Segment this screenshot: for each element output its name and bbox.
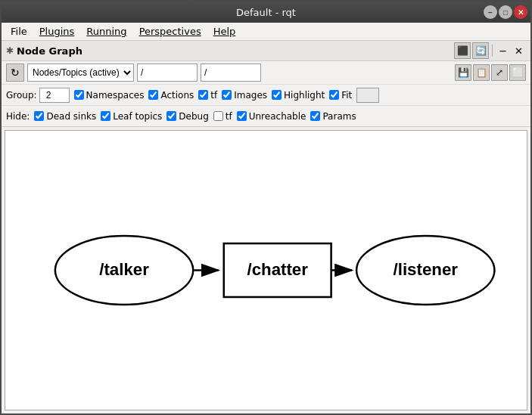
fit-filter[interactable]: Fit [329,90,352,101]
graph-area[interactable]: /talker /chatter /listener [5,130,527,410]
panel-btn-camera[interactable]: ⬛ [454,42,471,59]
unreachable-hide[interactable]: Unreachable [237,111,306,122]
minimize-button[interactable]: − [484,5,497,19]
copy-icon-btn[interactable]: 📋 [473,64,490,81]
dead-sinks-label: Dead sinks [46,111,96,122]
title-bar: Default - rqt − □ ✕ [2,2,530,23]
panel-x-btn[interactable]: ✕ [512,45,526,57]
debug-checkbox[interactable] [166,111,176,121]
tf-hide-checkbox[interactable] [213,111,223,121]
color-swatch[interactable] [356,88,379,103]
tf-filter[interactable]: tf [198,90,217,101]
menu-plugins[interactable]: Plugins [33,24,81,39]
params-checkbox[interactable] [310,111,320,121]
actions-checkbox[interactable] [148,90,158,100]
save-icon-btn[interactable]: 💾 [455,64,471,81]
export-icon-btn[interactable]: ⤢ [491,64,508,81]
group-label: Group: [6,90,37,101]
images-filter[interactable]: Images [222,90,267,101]
maximize-button[interactable]: □ [499,5,512,19]
hide-row: Hide: Dead sinks Leaf topics Debug tf Un… [2,106,530,127]
filter2-input[interactable] [201,63,261,82]
namespaces-filter[interactable]: Namespaces [74,90,145,101]
dead-sinks-hide[interactable]: Dead sinks [34,111,96,122]
highlight-filter[interactable]: Highlight [272,90,325,101]
group-spinner[interactable] [39,88,70,103]
panel-title: Node Graph [17,45,82,57]
actions-filter[interactable]: Actions [148,90,194,101]
svg-text:/talker: /talker [99,260,149,279]
leaf-topics-hide[interactable]: Leaf topics [101,111,162,122]
highlight-label: Highlight [284,90,325,101]
fit-label: Fit [341,90,352,101]
actions-label: Actions [160,90,194,101]
highlight-checkbox[interactable] [272,90,282,100]
namespaces-checkbox[interactable] [74,90,84,100]
unreachable-label: Unreachable [249,111,306,122]
unreachable-checkbox[interactable] [237,111,247,121]
separator1 [492,45,493,57]
images-label: Images [234,90,267,101]
params-label: Params [322,111,356,122]
graph-svg: /talker /chatter /listener [5,131,527,410]
window-controls: − □ ✕ [484,5,527,19]
panel-header: ✱ Node Graph ⬛ 🔄 − ✕ [2,41,530,61]
svg-text:/listener: /listener [394,260,459,279]
menu-perspectives[interactable]: Perspectives [133,24,207,39]
leaf-topics-checkbox[interactable] [101,111,110,121]
namespaces-label: Namespaces [86,90,145,101]
tf-hide-label: tf [226,111,232,122]
images-checkbox[interactable] [222,90,232,100]
nodes-topics-combo[interactable]: Nodes/Topics (active) [27,63,134,82]
filter-row: Group: Namespaces Actions tf Images High… [2,85,530,106]
tf-checkbox[interactable] [198,90,208,100]
menu-file[interactable]: File [5,24,33,39]
close-button[interactable]: ✕ [514,5,527,19]
leaf-topics-label: Leaf topics [113,111,162,122]
tf-hide[interactable]: tf [213,111,232,122]
tf-label: tf [210,90,217,101]
dead-sinks-checkbox[interactable] [34,111,44,121]
menu-bar: File Plugins Running Perspectives Help [2,23,530,41]
panel-icon: ✱ [6,45,14,56]
menu-help[interactable]: Help [207,24,242,39]
window-title: Default - rqt [2,7,530,18]
fit-checkbox[interactable] [329,90,339,100]
debug-label: Debug [179,111,208,122]
toolbar-row: ↻ Nodes/Topics (active) 💾 📋 ⤢ ⬜ [2,61,530,85]
filter1-input[interactable] [137,63,198,82]
panel-dash-btn[interactable]: − [496,45,510,57]
panel-btn-refresh[interactable]: 🔄 [472,42,489,59]
main-window: Default - rqt − □ ✕ File Plugins Running… [0,0,532,415]
refresh-button[interactable]: ↻ [6,63,24,82]
view-icon-btn[interactable]: ⬜ [509,64,526,81]
panel-controls: ⬛ 🔄 − ✕ [454,42,526,59]
group-label-group: Group: [6,88,70,103]
svg-text:/chatter: /chatter [247,260,308,279]
hide-label: Hide: [6,111,30,122]
menu-running[interactable]: Running [80,24,132,39]
params-hide[interactable]: Params [310,111,356,122]
debug-hide[interactable]: Debug [166,111,208,122]
toolbar-icon-group: 💾 📋 ⤢ ⬜ [455,64,526,81]
